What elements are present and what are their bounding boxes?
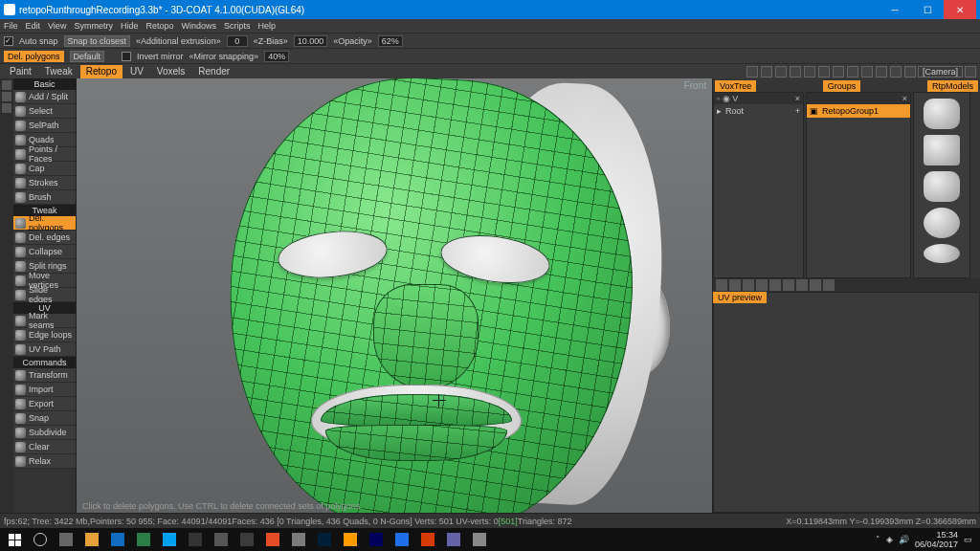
- tool-collapse[interactable]: Collapse: [13, 245, 76, 259]
- prim-sphere[interactable]: [924, 208, 960, 238]
- tool-del-edges[interactable]: Del. edges: [13, 231, 76, 245]
- taskbar-app[interactable]: [441, 529, 466, 550]
- taskbar-app[interactable]: [390, 529, 414, 550]
- prim-ellipse[interactable]: [924, 244, 960, 263]
- vp-icon[interactable]: [861, 66, 873, 77]
- side-icon[interactable]: [2, 80, 11, 90]
- prim-cylinder[interactable]: [924, 99, 960, 129]
- taskbar-app[interactable]: [131, 529, 156, 550]
- menu-view[interactable]: View: [48, 21, 66, 31]
- tool-chip[interactable]: Del. polygons: [4, 51, 64, 62]
- minimize-button[interactable]: ─: [879, 0, 911, 19]
- menu-symmetry[interactable]: Symmetry: [74, 21, 113, 31]
- notifications-icon[interactable]: ▭: [964, 535, 972, 544]
- taskbar-app[interactable]: [286, 529, 311, 550]
- mini-icon[interactable]: [729, 279, 741, 291]
- taskbar-app[interactable]: [209, 529, 234, 550]
- tool-strokes[interactable]: Strokes: [13, 176, 76, 190]
- vp-icon[interactable]: [876, 66, 887, 77]
- vp-icon[interactable]: [746, 66, 758, 77]
- tool-subdivide[interactable]: Subdivide: [13, 426, 76, 440]
- vp-icon[interactable]: [775, 66, 787, 77]
- menu-file[interactable]: File: [4, 21, 18, 31]
- panel-close-icon[interactable]: ×: [902, 94, 907, 103]
- side-icon[interactable]: [2, 92, 11, 101]
- vp-icon[interactable]: [833, 66, 844, 77]
- mini-icon[interactable]: [743, 279, 754, 291]
- zbias-value[interactable]: 10.000: [294, 35, 328, 47]
- tool-select[interactable]: Select: [13, 104, 76, 119]
- tab-groups[interactable]: Groups: [823, 80, 861, 92]
- mirror-snap-value[interactable]: 40%: [264, 51, 289, 62]
- tool-slide-edges[interactable]: Slide edges: [13, 288, 76, 302]
- camera-dropdown[interactable]: [Camera]: [918, 66, 963, 77]
- tool-snap[interactable]: Snap: [13, 411, 76, 426]
- tray-volume-icon[interactable]: 🔊: [899, 535, 909, 544]
- menu-retopo[interactable]: Retopo: [145, 21, 173, 31]
- opacity-value[interactable]: 62%: [378, 35, 403, 47]
- prim-cube[interactable]: [924, 135, 960, 165]
- retopo-group-row[interactable]: ▣RetopoGroup1: [807, 104, 910, 118]
- panel-close-icon[interactable]: ×: [795, 94, 800, 103]
- extrusion-value[interactable]: 0: [227, 35, 248, 47]
- vp-icon[interactable]: [761, 66, 772, 77]
- taskview-icon[interactable]: [54, 529, 78, 550]
- start-button[interactable]: [2, 529, 27, 550]
- mini-icon[interactable]: [810, 279, 821, 291]
- taskbar-app[interactable]: [364, 529, 389, 550]
- mini-icon[interactable]: [769, 279, 781, 291]
- vp-icon[interactable]: [804, 66, 815, 77]
- mode-voxels[interactable]: Voxels: [151, 65, 190, 78]
- taskbar-app[interactable]: [338, 529, 363, 550]
- tool-import[interactable]: Import: [13, 383, 76, 397]
- tool-uv-path[interactable]: UV Path: [13, 342, 76, 357]
- taskbar-app[interactable]: [183, 529, 208, 550]
- tool-transform[interactable]: Transform: [13, 368, 76, 383]
- mode-tweak[interactable]: Tweak: [39, 65, 78, 78]
- system-tray[interactable]: ˄ ◈ 🔊 15:34 06/04/2017 ▭: [876, 530, 978, 549]
- menu-scripts[interactable]: Scripts: [224, 21, 251, 31]
- tool-export[interactable]: Export: [13, 397, 76, 411]
- tray-chevron-icon[interactable]: ˄: [876, 535, 880, 544]
- vp-icon[interactable]: [818, 66, 830, 77]
- tool-brush[interactable]: Brush: [13, 190, 76, 205]
- vp-icon[interactable]: [790, 66, 801, 77]
- menu-windows[interactable]: Windows: [181, 21, 216, 31]
- vp-icon[interactable]: [965, 66, 976, 77]
- tab-voxtree[interactable]: VoxTree: [715, 80, 756, 92]
- prim-tube[interactable]: [924, 171, 960, 202]
- taskbar-app[interactable]: [234, 529, 259, 550]
- taskbar-app[interactable]: [260, 529, 285, 550]
- side-icon[interactable]: [2, 103, 11, 113]
- tool-edge-loops[interactable]: Edge loops: [13, 328, 76, 342]
- mini-icon[interactable]: [756, 279, 768, 291]
- menu-edit[interactable]: Edit: [26, 21, 41, 31]
- uv-preview-tab[interactable]: UV preview: [713, 292, 767, 303]
- mode-render[interactable]: Render: [192, 65, 235, 78]
- invert-mirror-checkbox[interactable]: [122, 52, 131, 61]
- autosnap-checkbox[interactable]: [4, 36, 13, 46]
- menu-hide[interactable]: Hide: [121, 21, 139, 31]
- taskbar-app[interactable]: [467, 529, 492, 550]
- tray-network-icon[interactable]: ◈: [886, 535, 893, 544]
- vp-icon[interactable]: [847, 66, 858, 77]
- panel-uv-preview[interactable]: UV preview: [713, 292, 980, 513]
- tool-clear[interactable]: Clear: [13, 440, 76, 454]
- mode-paint[interactable]: Paint: [4, 65, 37, 78]
- viewport[interactable]: Front Click to delete polygons. Use CTRL…: [77, 78, 712, 513]
- mode-retopo[interactable]: Retopo: [80, 65, 122, 78]
- taskbar-app[interactable]: [105, 529, 130, 550]
- tab-rtpmodels[interactable]: RtpModels: [927, 80, 978, 92]
- tool-cap[interactable]: Cap: [13, 162, 76, 176]
- tool-add-split[interactable]: Add / Split: [13, 90, 76, 104]
- maximize-button[interactable]: ☐: [911, 0, 944, 19]
- mini-icon[interactable]: [823, 279, 835, 291]
- tool-del-polygons[interactable]: Del. polygons: [13, 216, 76, 231]
- tool-relax[interactable]: Relax: [13, 454, 76, 469]
- tool-mark-seams[interactable]: Mark seams: [13, 314, 76, 328]
- mini-icon[interactable]: [796, 279, 808, 291]
- mini-icon[interactable]: [783, 279, 794, 291]
- taskbar-app[interactable]: [157, 529, 182, 550]
- menu-help[interactable]: Help: [257, 21, 276, 31]
- voxtree-root[interactable]: ▸Root+: [714, 104, 803, 118]
